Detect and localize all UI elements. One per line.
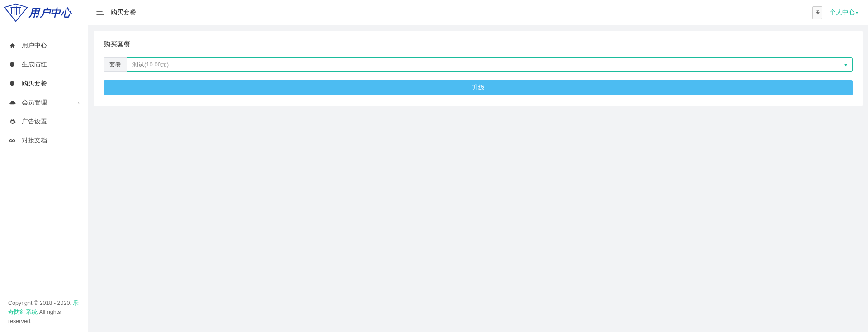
diamond-logo-icon <box>3 2 29 24</box>
sidebar-item-label: 广告设置 <box>22 118 80 126</box>
sidebar: 用户中心 用户中心 生成防红 购买套餐 <box>0 0 88 332</box>
package-select-wrap: ▼ <box>127 57 853 72</box>
page-title: 购买套餐 <box>111 9 136 17</box>
package-select[interactable] <box>127 57 853 72</box>
sidebar-item-buy-package[interactable]: 购买套餐 <box>0 74 88 93</box>
brand-name: 用户中心 <box>29 6 71 20</box>
infinity-icon <box>8 137 16 145</box>
user-dropdown[interactable]: 个人中心 ▾ <box>830 9 858 17</box>
buy-package-card: 购买套餐 套餐 ▼ 升级 <box>94 31 863 106</box>
home-icon <box>8 42 16 50</box>
avatar[interactable]: 乐 <box>812 6 822 19</box>
package-addon-label: 套餐 <box>104 57 127 72</box>
sidebar-item-label: 对接文档 <box>22 137 80 145</box>
upgrade-button[interactable]: 升级 <box>104 80 853 95</box>
sidebar-nav: 用户中心 生成防红 购买套餐 会员管理 › <box>0 25 88 150</box>
sidebar-item-gen-antired[interactable]: 生成防红 <box>0 55 88 74</box>
shield-icon <box>8 80 16 88</box>
sidebar-item-label: 生成防红 <box>22 61 80 69</box>
main-area: 购买套餐 乐 个人中心 ▾ 购买套餐 套餐 ▼ <box>88 0 868 332</box>
sidebar-item-label: 会员管理 <box>22 99 78 107</box>
chevron-down-icon: ▾ <box>856 10 858 15</box>
brand-logo: 用户中心 <box>0 0 88 25</box>
shield-icon <box>8 61 16 69</box>
package-select-row: 套餐 ▼ <box>104 57 853 72</box>
user-dropdown-label: 个人中心 <box>830 9 855 17</box>
topbar: 购买套餐 乐 个人中心 ▾ <box>88 0 868 25</box>
content: 购买套餐 套餐 ▼ 升级 <box>88 25 868 112</box>
gear-icon <box>8 118 16 126</box>
sidebar-item-label: 用户中心 <box>22 42 80 50</box>
user-area: 乐 个人中心 ▾ <box>812 6 858 19</box>
cloud-icon <box>8 99 16 107</box>
sidebar-item-ad-settings[interactable]: 广告设置 <box>0 112 88 131</box>
footer-prefix: Copyright © 2018 - 2020. <box>8 300 73 306</box>
footer-copyright: Copyright © 2018 - 2020. 乐奇防红系统 All righ… <box>0 292 88 332</box>
chevron-right-icon: › <box>78 100 80 105</box>
menu-toggle-icon[interactable] <box>96 9 104 16</box>
sidebar-item-label: 购买套餐 <box>22 80 80 88</box>
card-title: 购买套餐 <box>104 40 853 48</box>
sidebar-item-member-mgmt[interactable]: 会员管理 › <box>0 93 88 112</box>
sidebar-item-docs[interactable]: 对接文档 <box>0 131 88 150</box>
sidebar-item-user-center[interactable]: 用户中心 <box>0 36 88 55</box>
